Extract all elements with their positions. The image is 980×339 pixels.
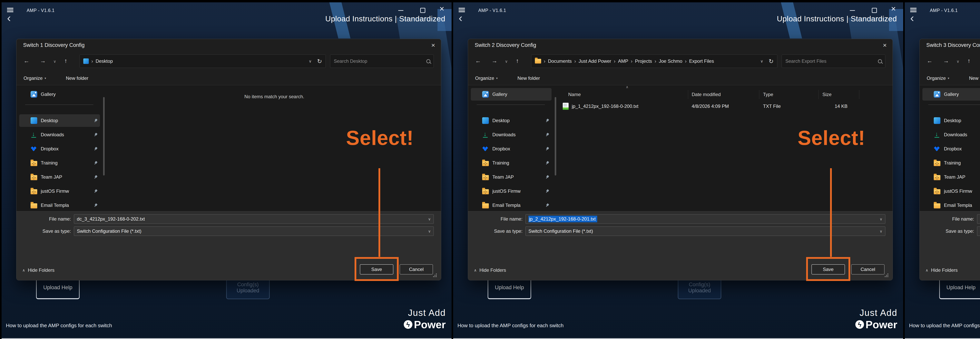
address-bar[interactable]: › Desktop ∨ ↻: [80, 54, 326, 68]
refresh-icon[interactable]: ↻: [317, 58, 322, 65]
save-dialog: Switch 2 Discovery Config × ← → ∨ ↑ › Do…: [468, 39, 893, 280]
nav-back-icon[interactable]: ←: [927, 57, 932, 64]
close-button[interactable]: ×: [439, 5, 444, 13]
sidebar-item-email-templates[interactable]: Email Templa: [19, 199, 100, 211]
column-header-size[interactable]: Size: [819, 90, 859, 99]
chevron-right-icon: ›: [655, 58, 656, 64]
sidebar-item-training[interactable]: Training: [471, 157, 552, 169]
nav-forward-icon[interactable]: →: [492, 57, 498, 64]
nav-forward-icon[interactable]: →: [943, 57, 949, 64]
text-file-icon: [563, 103, 569, 110]
hide-folders-button[interactable]: ∧ Hide Folders: [474, 267, 506, 273]
breadcrumb-item[interactable]: Projects: [635, 59, 652, 64]
dropbox-icon: [482, 145, 489, 152]
sidebar-item-email-templates[interactable]: Email Templa: [471, 199, 552, 211]
organize-menu[interactable]: Organize▾: [927, 75, 949, 81]
back-chevron-icon[interactable]: ‹: [459, 12, 462, 24]
sidebar-item-justos-firmware[interactable]: justOS Firmw: [19, 185, 100, 197]
breadcrumb-item[interactable]: Export Files: [689, 59, 714, 64]
nav-back-icon[interactable]: ←: [475, 57, 481, 64]
sidebar-item-downloads[interactable]: Downloads: [19, 129, 100, 141]
pin-icon: [545, 161, 550, 165]
dialog-title: Switch 1 Discovery Config: [23, 42, 85, 48]
column-header-date[interactable]: Date modified: [688, 90, 759, 99]
sidebar-item-desktop[interactable]: Desktop: [471, 114, 552, 127]
resize-grip[interactable]: [436, 276, 437, 277]
command-bar: Organize▾ New folder: [920, 72, 980, 85]
address-bar[interactable]: › Documents › Just Add Power › AMP › Pro…: [531, 54, 777, 68]
menu-icon[interactable]: [459, 8, 465, 9]
power-bolt-icon: ϟ: [404, 320, 412, 329]
file-name-input[interactable]: jp_3_4212px_192-168-0-202.txt ∨: [977, 214, 980, 224]
breadcrumb-item[interactable]: AMP: [618, 59, 628, 64]
minimize-button[interactable]: [850, 10, 855, 11]
folder-icon: [482, 203, 489, 208]
sidebar-item-team-jap[interactable]: Team JAP: [923, 171, 980, 183]
nav-up-icon[interactable]: ↑: [967, 57, 970, 64]
back-chevron-icon[interactable]: ‹: [910, 12, 914, 24]
refresh-icon[interactable]: ↻: [769, 58, 773, 65]
dialog-close-icon[interactable]: ×: [883, 41, 887, 49]
sidebar-item-team-jap[interactable]: Team JAP: [471, 171, 552, 183]
breadcrumb-item[interactable]: Documents: [548, 59, 572, 64]
sidebar-item-dropbox[interactable]: Dropbox: [471, 143, 552, 155]
sidebar-item-email-templates[interactable]: Email Templa: [923, 199, 980, 211]
nav-history-chevron-icon[interactable]: ∨: [956, 59, 959, 64]
menu-icon[interactable]: [910, 8, 916, 9]
maximize-button[interactable]: [420, 8, 425, 13]
sidebar-item-desktop[interactable]: Desktop: [923, 114, 980, 127]
nav-back-icon[interactable]: ←: [24, 57, 29, 64]
column-header-name[interactable]: Name: [561, 90, 688, 99]
sidebar-item-team-jap[interactable]: Team JAP: [19, 171, 100, 183]
address-dropdown-icon[interactable]: ∨: [760, 59, 763, 64]
cancel-button[interactable]: Cancel: [399, 264, 433, 274]
breadcrumb-item[interactable]: Just Add Power: [579, 59, 611, 64]
nav-history-chevron-icon[interactable]: ∨: [505, 59, 508, 64]
hide-folders-button[interactable]: ∧ Hide Folders: [926, 267, 958, 273]
sidebar-scrollbar[interactable]: [555, 97, 556, 175]
close-button[interactable]: ×: [891, 5, 896, 13]
sidebar-separator: [25, 105, 93, 105]
column-header-type[interactable]: Type: [759, 90, 819, 99]
sidebar-item-justos-firmware[interactable]: justOS Firmw: [923, 185, 980, 197]
dialog-title: Switch 2 Discovery Config: [475, 42, 536, 48]
nav-up-icon[interactable]: ↑: [64, 57, 67, 64]
sidebar-item-dropbox[interactable]: Dropbox: [19, 143, 100, 155]
cancel-button[interactable]: Cancel: [851, 264, 885, 274]
gallery-icon: [30, 91, 37, 98]
organize-menu[interactable]: Organize▾: [475, 75, 498, 81]
new-folder-button[interactable]: New folder: [969, 75, 980, 81]
sidebar-item-downloads[interactable]: Downloads: [471, 129, 552, 141]
search-input[interactable]: [333, 58, 426, 64]
save-as-type-select[interactable]: Switch Configuration File (*.txt) ∨: [977, 226, 980, 236]
nav-history-chevron-icon[interactable]: ∨: [53, 59, 56, 64]
sidebar-item-downloads[interactable]: Downloads: [923, 129, 980, 141]
nav-up-icon[interactable]: ↑: [516, 57, 519, 64]
hide-folders-button[interactable]: ∧ Hide Folders: [22, 267, 54, 273]
menu-icon[interactable]: [7, 8, 13, 9]
minimize-button[interactable]: [398, 10, 403, 11]
breadcrumb-item[interactable]: Joe Schmo: [659, 59, 682, 64]
dialog-close-icon[interactable]: ×: [431, 41, 435, 49]
file-name-label: File name:: [16, 214, 71, 224]
sidebar-item-desktop[interactable]: Desktop: [19, 114, 100, 127]
new-folder-button[interactable]: New folder: [66, 75, 88, 81]
address-dropdown-icon[interactable]: ∨: [309, 59, 312, 64]
sidebar-item-dropbox[interactable]: Dropbox: [923, 143, 980, 155]
resize-grip[interactable]: [888, 276, 888, 277]
sidebar-item-gallery[interactable]: Gallery: [471, 88, 552, 100]
back-chevron-icon[interactable]: ‹: [7, 12, 11, 24]
sidebar-item-training[interactable]: Training: [923, 157, 980, 169]
breadcrumb-item[interactable]: Desktop: [95, 59, 113, 64]
sidebar-item-gallery[interactable]: Gallery: [19, 88, 100, 100]
organize-menu[interactable]: Organize▾: [24, 75, 46, 81]
search-input[interactable]: [785, 58, 878, 64]
sidebar-item-gallery[interactable]: Gallery: [923, 88, 980, 100]
maximize-button[interactable]: [872, 8, 877, 13]
file-row[interactable]: jp_1_4212px_192-168-0-200.txt 4/8/2026 4…: [561, 100, 853, 112]
sidebar-scrollbar[interactable]: [103, 97, 105, 175]
nav-forward-icon[interactable]: →: [40, 57, 46, 64]
new-folder-button[interactable]: New folder: [517, 75, 540, 81]
sidebar-item-justos-firmware[interactable]: justOS Firmw: [471, 185, 552, 197]
sidebar-item-training[interactable]: Training: [19, 157, 100, 169]
